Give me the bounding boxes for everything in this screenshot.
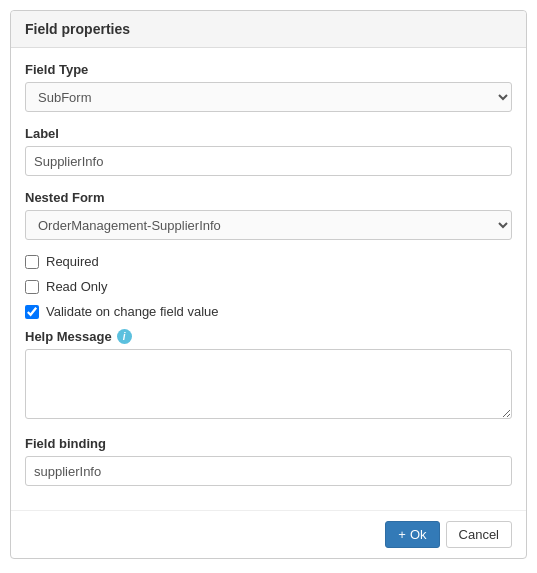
help-message-textarea[interactable] bbox=[25, 349, 512, 419]
cancel-button[interactable]: Cancel bbox=[446, 521, 512, 548]
field-binding-input[interactable] bbox=[25, 456, 512, 486]
help-message-label-container: Help Message i bbox=[25, 329, 512, 344]
validate-checkbox[interactable] bbox=[25, 305, 39, 319]
label-group: Label bbox=[25, 126, 512, 176]
panel-footer: + Ok Cancel bbox=[11, 510, 526, 558]
validate-group: Validate on change field value bbox=[25, 304, 512, 319]
nested-form-group: Nested Form OrderManagement-SupplierInfo bbox=[25, 190, 512, 240]
help-message-group: Help Message i bbox=[25, 329, 512, 422]
info-icon[interactable]: i bbox=[117, 329, 132, 344]
nested-form-label: Nested Form bbox=[25, 190, 512, 205]
label-input[interactable] bbox=[25, 146, 512, 176]
required-checkbox[interactable] bbox=[25, 255, 39, 269]
ok-label: Ok bbox=[410, 527, 427, 542]
field-binding-label: Field binding bbox=[25, 436, 512, 451]
required-group: Required bbox=[25, 254, 512, 269]
label-field-label: Label bbox=[25, 126, 512, 141]
read-only-group: Read Only bbox=[25, 279, 512, 294]
field-properties-panel: Field properties Field Type SubForm Labe… bbox=[10, 10, 527, 559]
field-type-label: Field Type bbox=[25, 62, 512, 77]
field-binding-group: Field binding bbox=[25, 436, 512, 486]
validate-label[interactable]: Validate on change field value bbox=[46, 304, 219, 319]
read-only-checkbox[interactable] bbox=[25, 280, 39, 294]
panel-title: Field properties bbox=[11, 11, 526, 48]
required-label[interactable]: Required bbox=[46, 254, 99, 269]
help-message-label-text: Help Message bbox=[25, 329, 112, 344]
panel-body: Field Type SubForm Label Nested Form Ord… bbox=[11, 48, 526, 510]
read-only-label[interactable]: Read Only bbox=[46, 279, 107, 294]
plus-icon: + bbox=[398, 527, 406, 542]
nested-form-select[interactable]: OrderManagement-SupplierInfo bbox=[25, 210, 512, 240]
field-type-select[interactable]: SubForm bbox=[25, 82, 512, 112]
field-type-group: Field Type SubForm bbox=[25, 62, 512, 112]
ok-button[interactable]: + Ok bbox=[385, 521, 439, 548]
